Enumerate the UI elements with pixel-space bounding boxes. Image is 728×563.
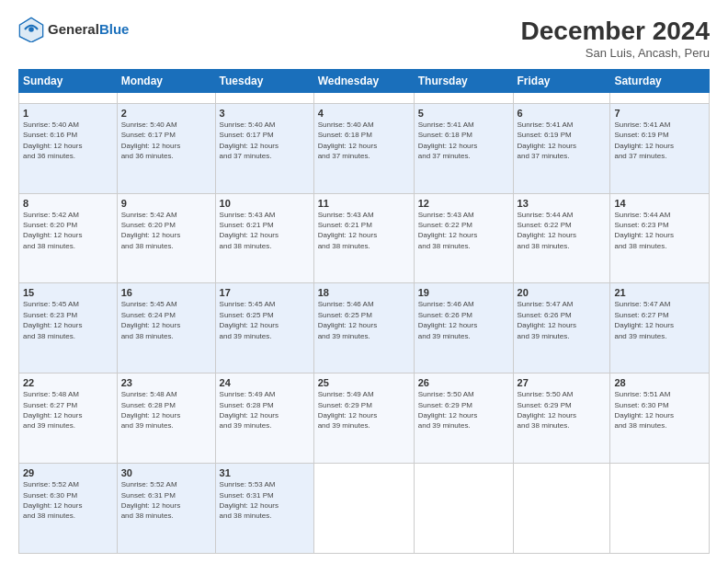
calendar-cell [414, 93, 513, 104]
day-number: 17 [220, 287, 310, 298]
calendar-cell: 23Sunrise: 5:48 AM Sunset: 6:28 PM Dayli… [117, 373, 215, 464]
day-info: Sunrise: 5:41 AM Sunset: 6:19 PM Dayligh… [614, 121, 673, 160]
day-number: 21 [614, 287, 705, 298]
calendar-cell: 8Sunrise: 5:42 AM Sunset: 6:20 PM Daylig… [19, 193, 118, 283]
day-info: Sunrise: 5:40 AM Sunset: 6:17 PM Dayligh… [220, 121, 279, 160]
calendar-cell: 18Sunrise: 5:46 AM Sunset: 6:25 PM Dayli… [313, 283, 414, 373]
calendar-cell [513, 464, 610, 554]
calendar-cell [513, 93, 610, 104]
col-tuesday: Tuesday [215, 70, 313, 93]
calendar-cell: 3Sunrise: 5:40 AM Sunset: 6:17 PM Daylig… [215, 103, 313, 193]
day-info: Sunrise: 5:40 AM Sunset: 6:18 PM Dayligh… [318, 121, 377, 160]
day-number: 31 [220, 467, 310, 478]
calendar-cell: 28Sunrise: 5:51 AM Sunset: 6:30 PM Dayli… [610, 373, 710, 464]
day-info: Sunrise: 5:41 AM Sunset: 6:18 PM Dayligh… [418, 121, 477, 160]
day-number: 19 [418, 287, 509, 298]
day-info: Sunrise: 5:46 AM Sunset: 6:26 PM Dayligh… [418, 300, 477, 339]
calendar-cell: 13Sunrise: 5:44 AM Sunset: 6:22 PM Dayli… [513, 193, 610, 283]
col-saturday: Saturday [610, 70, 710, 93]
day-number: 28 [614, 377, 705, 388]
calendar-cell: 2Sunrise: 5:40 AM Sunset: 6:17 PM Daylig… [117, 103, 215, 193]
day-info: Sunrise: 5:52 AM Sunset: 6:31 PM Dayligh… [121, 480, 180, 520]
week-row-1: 1Sunrise: 5:40 AM Sunset: 6:16 PM Daylig… [19, 103, 710, 193]
col-friday: Friday [513, 70, 610, 93]
calendar-cell: 27Sunrise: 5:50 AM Sunset: 6:29 PM Dayli… [513, 373, 610, 464]
day-number: 8 [23, 198, 113, 209]
day-info: Sunrise: 5:42 AM Sunset: 6:20 PM Dayligh… [121, 211, 180, 250]
calendar-cell [313, 93, 414, 104]
day-number: 26 [418, 377, 509, 388]
calendar-cell: 22Sunrise: 5:48 AM Sunset: 6:27 PM Dayli… [19, 373, 118, 464]
day-info: Sunrise: 5:49 AM Sunset: 6:29 PM Dayligh… [318, 390, 377, 430]
day-info: Sunrise: 5:45 AM Sunset: 6:23 PM Dayligh… [23, 300, 82, 339]
calendar-cell: 31Sunrise: 5:53 AM Sunset: 6:31 PM Dayli… [215, 464, 313, 554]
day-number: 9 [121, 198, 211, 209]
day-info: Sunrise: 5:52 AM Sunset: 6:30 PM Dayligh… [23, 480, 82, 520]
calendar-cell: 1Sunrise: 5:40 AM Sunset: 6:16 PM Daylig… [19, 103, 118, 193]
calendar-cell [313, 464, 414, 554]
day-info: Sunrise: 5:50 AM Sunset: 6:29 PM Dayligh… [518, 390, 576, 430]
day-number: 29 [23, 467, 113, 478]
calendar-cell: 15Sunrise: 5:45 AM Sunset: 6:23 PM Dayli… [19, 283, 118, 373]
logo-icon [18, 17, 44, 42]
header-row: Sunday Monday Tuesday Wednesday Thursday… [19, 70, 710, 93]
day-number: 5 [418, 108, 509, 119]
week-row-3: 15Sunrise: 5:45 AM Sunset: 6:23 PM Dayli… [19, 283, 710, 373]
day-info: Sunrise: 5:47 AM Sunset: 6:27 PM Dayligh… [614, 300, 673, 339]
calendar-cell: 21Sunrise: 5:47 AM Sunset: 6:27 PM Dayli… [610, 283, 710, 373]
calendar-cell [610, 93, 710, 104]
day-number: 25 [318, 377, 410, 388]
day-info: Sunrise: 5:44 AM Sunset: 6:22 PM Dayligh… [518, 211, 576, 250]
calendar-cell [414, 464, 513, 554]
day-info: Sunrise: 5:51 AM Sunset: 6:30 PM Dayligh… [614, 390, 673, 430]
week-row-0 [19, 93, 710, 104]
calendar-cell: 17Sunrise: 5:45 AM Sunset: 6:25 PM Dayli… [215, 283, 313, 373]
calendar-cell: 24Sunrise: 5:49 AM Sunset: 6:28 PM Dayli… [215, 373, 313, 464]
day-info: Sunrise: 5:43 AM Sunset: 6:21 PM Dayligh… [318, 211, 377, 250]
day-number: 13 [518, 198, 607, 209]
calendar-cell [19, 93, 118, 104]
calendar-cell: 6Sunrise: 5:41 AM Sunset: 6:19 PM Daylig… [513, 103, 610, 193]
day-info: Sunrise: 5:40 AM Sunset: 6:17 PM Dayligh… [121, 121, 180, 160]
week-row-2: 8Sunrise: 5:42 AM Sunset: 6:20 PM Daylig… [19, 193, 710, 283]
page: GeneralBlue December 2024 San Luis, Anca… [0, 0, 728, 563]
header: GeneralBlue December 2024 San Luis, Anca… [18, 17, 710, 60]
day-info: Sunrise: 5:49 AM Sunset: 6:28 PM Dayligh… [220, 390, 279, 430]
day-number: 15 [23, 287, 113, 298]
day-info: Sunrise: 5:45 AM Sunset: 6:25 PM Dayligh… [220, 300, 279, 339]
day-info: Sunrise: 5:44 AM Sunset: 6:23 PM Dayligh… [614, 211, 673, 250]
calendar-cell: 12Sunrise: 5:43 AM Sunset: 6:22 PM Dayli… [414, 193, 513, 283]
logo-blue: Blue [99, 21, 130, 37]
day-info: Sunrise: 5:42 AM Sunset: 6:20 PM Dayligh… [23, 211, 82, 250]
day-number: 12 [418, 198, 509, 209]
location: San Luis, Ancash, Peru [521, 46, 710, 60]
day-number: 20 [518, 287, 607, 298]
calendar-cell [610, 464, 710, 554]
title-block: December 2024 San Luis, Ancash, Peru [521, 17, 710, 60]
col-monday: Monday [117, 70, 215, 93]
day-info: Sunrise: 5:47 AM Sunset: 6:26 PM Dayligh… [518, 300, 576, 339]
day-info: Sunrise: 5:43 AM Sunset: 6:21 PM Dayligh… [220, 211, 279, 250]
calendar-cell: 5Sunrise: 5:41 AM Sunset: 6:18 PM Daylig… [414, 103, 513, 193]
svg-point-2 [28, 27, 34, 32]
day-number: 18 [318, 287, 410, 298]
calendar-cell: 26Sunrise: 5:50 AM Sunset: 6:29 PM Dayli… [414, 373, 513, 464]
day-number: 23 [121, 377, 211, 388]
day-number: 16 [121, 287, 211, 298]
calendar-cell: 20Sunrise: 5:47 AM Sunset: 6:26 PM Dayli… [513, 283, 610, 373]
day-number: 10 [220, 198, 310, 209]
day-number: 30 [121, 467, 211, 478]
day-info: Sunrise: 5:46 AM Sunset: 6:25 PM Dayligh… [318, 300, 377, 339]
day-number: 1 [23, 108, 113, 119]
day-number: 3 [220, 108, 310, 119]
calendar-cell: 9Sunrise: 5:42 AM Sunset: 6:20 PM Daylig… [117, 193, 215, 283]
day-info: Sunrise: 5:48 AM Sunset: 6:27 PM Dayligh… [23, 390, 82, 430]
day-number: 6 [518, 108, 607, 119]
calendar-cell: 16Sunrise: 5:45 AM Sunset: 6:24 PM Dayli… [117, 283, 215, 373]
day-number: 27 [518, 377, 607, 388]
calendar-cell [117, 93, 215, 104]
day-info: Sunrise: 5:43 AM Sunset: 6:22 PM Dayligh… [418, 211, 477, 250]
logo-general: General [48, 21, 99, 37]
day-info: Sunrise: 5:40 AM Sunset: 6:16 PM Dayligh… [23, 121, 82, 160]
calendar-cell: 11Sunrise: 5:43 AM Sunset: 6:21 PM Dayli… [313, 193, 414, 283]
